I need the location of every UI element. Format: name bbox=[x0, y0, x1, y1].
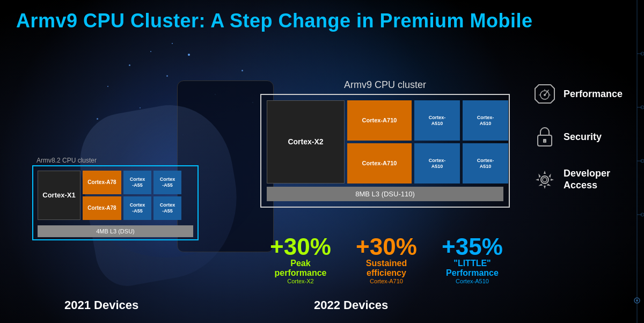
stat-little-pct: +35% bbox=[442, 235, 503, 259]
core-cortex-a78-1: Cortex-A78 bbox=[83, 171, 121, 194]
core-cortex-a55-4: Cortex-A55 bbox=[153, 196, 181, 220]
core-cortex-a510-3: Cortex-A510 bbox=[414, 143, 460, 183]
stat-little-sublabel: Performance bbox=[442, 268, 503, 278]
stat-little: +35% "LITTLE" Performance Cortex-A510 bbox=[442, 235, 503, 284]
stat-peak: +30% Peak performance Cortex-X2 bbox=[270, 235, 331, 284]
feature-security-label: Security bbox=[564, 131, 602, 143]
page-title: Armv9 CPU Cluster: A Step Change in Prem… bbox=[16, 10, 533, 32]
core-cortex-a710-2: Cortex-A710 bbox=[347, 143, 412, 183]
core-cortex-a510-2: Cortex-A510 bbox=[463, 100, 508, 141]
features-panel: Performance Security bbox=[531, 80, 639, 209]
core-cortex-a55-2: Cortex-A55 bbox=[153, 171, 181, 194]
stat-peak-sublabel: performance bbox=[270, 268, 331, 278]
speedometer-icon bbox=[531, 80, 558, 107]
core-cortex-a510-4: Cortex-A510 bbox=[463, 143, 508, 183]
gear-icon bbox=[531, 166, 558, 193]
svg-point-22 bbox=[636, 299, 638, 302]
svg-point-11 bbox=[543, 178, 547, 182]
feature-developer-access: Developer Access bbox=[531, 166, 639, 193]
year-2021-label: 2021 Devices bbox=[64, 298, 138, 312]
stat-little-sub: Cortex-A510 bbox=[442, 278, 503, 284]
stat-peak-pct: +30% bbox=[270, 235, 331, 259]
core-cortex-a55-1: Cortex-A55 bbox=[123, 171, 151, 194]
feature-security: Security bbox=[531, 123, 639, 150]
stat-sustained: +30% Sustained efficiency Cortex-A710 bbox=[356, 235, 417, 284]
feature-performance-label: Performance bbox=[564, 89, 623, 100]
v9-cluster-container: Armv9 CPU cluster Cortex-X2 Cortex-A710 … bbox=[260, 79, 510, 208]
core-cortex-a710-1: Cortex-A710 bbox=[347, 100, 412, 141]
core-cortex-x1: Cortex-X1 bbox=[38, 171, 80, 220]
core-cortex-a78-2: Cortex-A78 bbox=[83, 196, 121, 220]
main-content: Armv9 CPU Cluster: A Step Change in Prem… bbox=[0, 0, 644, 323]
v8-cluster-box: Cortex-X1 Cortex-A78 Cortex-A55 Cortex-A… bbox=[32, 165, 199, 240]
stat-sustained-sublabel: efficiency bbox=[356, 268, 417, 278]
stat-peak-sub: Cortex-X2 bbox=[270, 278, 331, 284]
stat-little-label: "LITTLE" bbox=[442, 259, 503, 268]
svg-point-10 bbox=[541, 176, 548, 183]
core-cortex-a55-3: Cortex-A55 bbox=[123, 196, 151, 220]
v8-core-grid: Cortex-X1 Cortex-A78 Cortex-A55 Cortex-A… bbox=[38, 171, 193, 220]
year-2022-label: 2022 Devices bbox=[314, 298, 388, 312]
stat-peak-label: Peak bbox=[270, 259, 331, 268]
feature-performance: Performance bbox=[531, 80, 639, 107]
feature-developer-access-label: Developer Access bbox=[564, 168, 610, 191]
v8-l3-bar: 4MB L3 (DSU) bbox=[38, 225, 193, 237]
stats-container: +30% Peak performance Cortex-X2 +30% Sus… bbox=[258, 235, 515, 284]
core-cortex-x2: Cortex-X2 bbox=[267, 100, 345, 183]
stat-sustained-label: Sustained bbox=[356, 259, 417, 268]
v9-core-grid: Cortex-X2 Cortex-A710 Cortex-A510 Cortex… bbox=[267, 100, 503, 183]
v8-cluster-label: Armv8.2 CPU cluster bbox=[36, 157, 97, 164]
svg-point-3 bbox=[544, 94, 546, 96]
stat-sustained-sub: Cortex-A710 bbox=[356, 278, 417, 284]
stat-sustained-pct: +30% bbox=[356, 235, 417, 259]
v9-cluster-label: Armv9 CPU cluster bbox=[260, 79, 510, 91]
lock-icon bbox=[531, 123, 558, 150]
v9-l3-bar: 8MB L3 (DSU-110) bbox=[267, 187, 503, 201]
core-cortex-a510-1: Cortex-A510 bbox=[414, 100, 460, 141]
v9-cluster-box: Cortex-X2 Cortex-A710 Cortex-A510 Cortex… bbox=[260, 94, 510, 208]
circuit-decoration bbox=[631, 0, 644, 323]
